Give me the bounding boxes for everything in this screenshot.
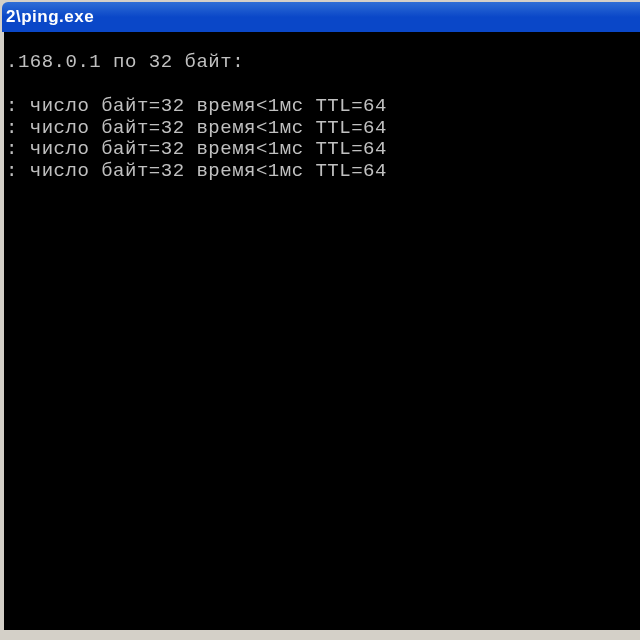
ping-reply-line: : число байт=32 время<1мс TTL=64 bbox=[6, 138, 387, 160]
window-title: 2\ping.exe bbox=[6, 7, 94, 27]
console-window: 2\ping.exe .168.0.1 по 32 байт: : число … bbox=[0, 0, 640, 640]
window-border-bottom bbox=[0, 630, 640, 640]
ping-reply-line: : число байт=32 время<1мс TTL=64 bbox=[6, 160, 387, 182]
ping-header-line: .168.0.1 по 32 байт: bbox=[6, 51, 244, 73]
console-output[interactable]: .168.0.1 по 32 байт: : число байт=32 вре… bbox=[6, 34, 638, 640]
ping-reply-line: : число байт=32 время<1мс TTL=64 bbox=[6, 117, 387, 139]
console-frame: .168.0.1 по 32 байт: : число байт=32 вре… bbox=[2, 32, 640, 640]
ping-reply-line: : число байт=32 время<1мс TTL=64 bbox=[6, 95, 387, 117]
titlebar[interactable]: 2\ping.exe bbox=[2, 2, 640, 32]
